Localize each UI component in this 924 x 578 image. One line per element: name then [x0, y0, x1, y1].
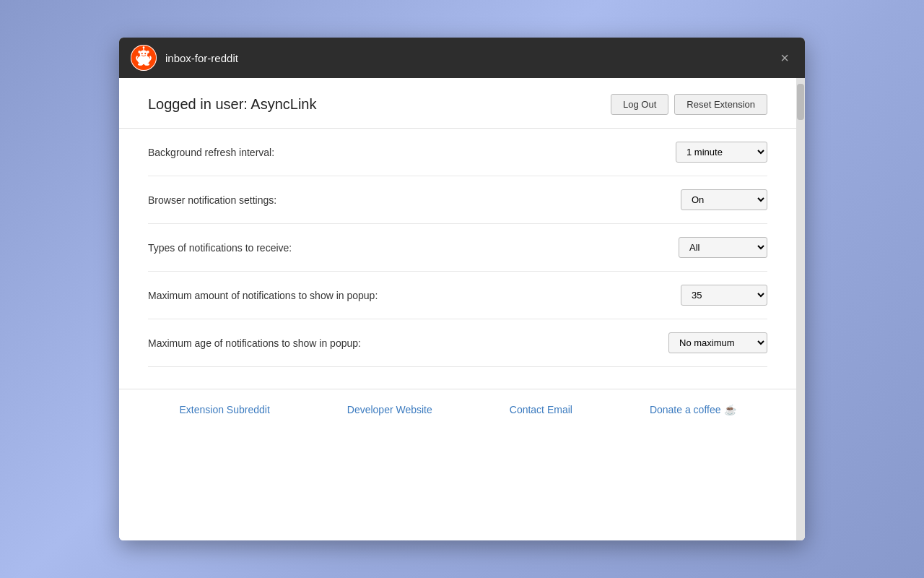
svg-point-8 [147, 51, 149, 53]
max-age-select[interactable]: No maximum 1 hour 6 hours 1 day 1 week [668, 332, 767, 353]
max-notifications-select[interactable]: 10 20 35 50 100 [681, 285, 767, 306]
logged-in-prefix: Logged in user: [148, 96, 250, 112]
setting-control-browser-notifications: On Off [681, 189, 767, 210]
close-button[interactable]: × [776, 48, 793, 68]
setting-label-max-notifications: Maximum amount of notifications to show … [148, 290, 378, 301]
footer-row: Extension Subreddit Developer Website Co… [119, 389, 796, 430]
contact-email-link[interactable]: Contact Email [510, 404, 572, 415]
scrollbar-track[interactable] [796, 78, 805, 540]
setting-row-background-refresh: Background refresh interval: 30 seconds … [148, 129, 767, 176]
scrollbar-thumb[interactable] [797, 84, 804, 120]
background-refresh-select[interactable]: 30 seconds 1 minute 2 minutes 5 minutes … [676, 142, 767, 163]
svg-point-7 [138, 51, 141, 53]
svg-point-4 [140, 50, 148, 58]
svg-point-12 [143, 46, 145, 48]
donate-label: Donate a coffee [650, 404, 721, 415]
titlebar-left: inbox-for-reddit [131, 45, 238, 71]
app-title: inbox-for-reddit [165, 52, 238, 64]
setting-control-notification-types: All Messages Comments Posts [679, 237, 767, 258]
setting-row-browser-notifications: Browser notification settings: On Off [148, 176, 767, 224]
setting-label-max-age: Maximum age of notifications to show in … [148, 337, 361, 349]
header-buttons: Log Out Reset Extension [611, 94, 767, 115]
developer-website-link[interactable]: Developer Website [347, 404, 432, 415]
app-window: inbox-for-reddit × Logged in user: Async… [119, 38, 805, 540]
setting-label-browser-notifications: Browser notification settings: [148, 194, 276, 206]
username: AsyncLink [250, 96, 316, 112]
setting-row-notification-types: Types of notifications to receive: All M… [148, 224, 767, 272]
subreddit-link[interactable]: Extension Subreddit [179, 404, 269, 415]
reddit-icon [131, 45, 157, 71]
logged-in-text: Logged in user: AsyncLink [148, 96, 317, 113]
svg-point-6 [144, 53, 146, 54]
setting-row-max-notifications: Maximum amount of notifications to show … [148, 272, 767, 319]
setting-label-background-refresh: Background refresh interval: [148, 147, 274, 158]
header-row: Logged in user: AsyncLink Log Out Reset … [119, 78, 796, 129]
setting-row-max-age: Maximum age of notifications to show in … [148, 319, 767, 367]
coffee-icon: ☕ [724, 404, 736, 415]
reset-extension-button[interactable]: Reset Extension [674, 94, 767, 115]
settings-section: Background refresh interval: 30 seconds … [119, 129, 796, 367]
setting-control-max-notifications: 10 20 35 50 100 [681, 285, 767, 306]
setting-control-background-refresh: 30 seconds 1 minute 2 minutes 5 minutes … [676, 142, 767, 163]
setting-control-max-age: No maximum 1 hour 6 hours 1 day 1 week [668, 332, 767, 353]
svg-point-5 [141, 53, 143, 54]
titlebar: inbox-for-reddit × [119, 38, 805, 78]
browser-notifications-select[interactable]: On Off [681, 189, 767, 210]
setting-label-notification-types: Types of notifications to receive: [148, 242, 292, 254]
main-panel: Logged in user: AsyncLink Log Out Reset … [119, 78, 796, 540]
notification-types-select[interactable]: All Messages Comments Posts [679, 237, 767, 258]
donate-coffee-link[interactable]: Donate a coffee ☕ [650, 404, 736, 415]
content-area: Logged in user: AsyncLink Log Out Reset … [119, 78, 805, 540]
logout-button[interactable]: Log Out [611, 94, 668, 115]
